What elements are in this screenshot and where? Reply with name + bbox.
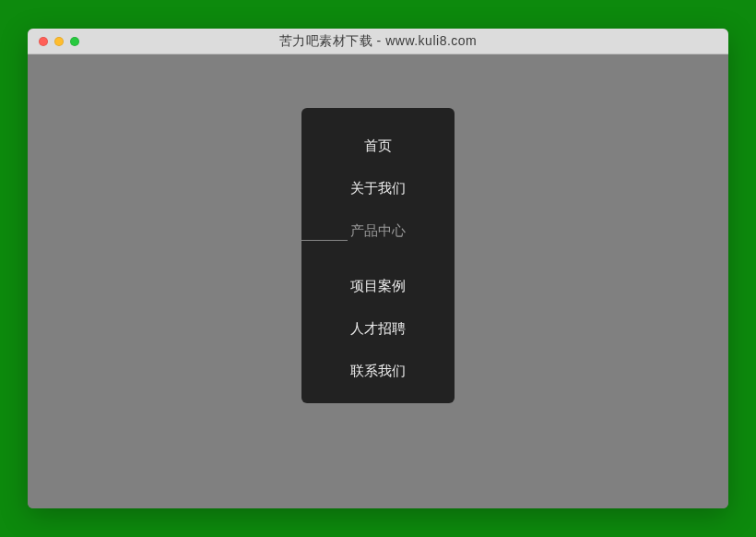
menu-item-about[interactable]: 关于我们	[301, 167, 455, 209]
minimize-icon[interactable]	[54, 37, 64, 46]
menu-item-label: 关于我们	[350, 180, 406, 197]
menu-item-label: 项目案例	[350, 278, 406, 295]
menu-item-home[interactable]: 首页	[301, 125, 455, 167]
menu-item-label: 联系我们	[350, 363, 406, 380]
window-title: 苦力吧素材下载 - www.kuli8.com	[28, 33, 728, 50]
menu-item-products[interactable]: 产品中心	[301, 209, 455, 252]
menu-item-label: 产品中心	[350, 222, 406, 240]
titlebar: 苦力吧素材下载 - www.kuli8.com	[28, 29, 728, 54]
menu-item-contact[interactable]: 联系我们	[301, 350, 455, 392]
content-area: 首页 关于我们 产品中心 项目案例 人才招聘 联系我们	[28, 54, 728, 508]
menu-item-label: 人才招聘	[350, 320, 406, 338]
close-icon[interactable]	[39, 37, 48, 46]
menu-item-careers[interactable]: 人才招聘	[301, 307, 455, 350]
menu-item-label: 首页	[364, 137, 392, 155]
window-controls	[39, 37, 79, 46]
browser-window: 苦力吧素材下载 - www.kuli8.com 首页 关于我们 产品中心 项目案…	[28, 29, 728, 508]
nav-menu: 首页 关于我们 产品中心 项目案例 人才招聘 联系我们	[301, 108, 455, 403]
menu-gap	[301, 252, 455, 265]
menu-item-cases[interactable]: 项目案例	[301, 265, 455, 307]
maximize-icon[interactable]	[70, 37, 79, 46]
